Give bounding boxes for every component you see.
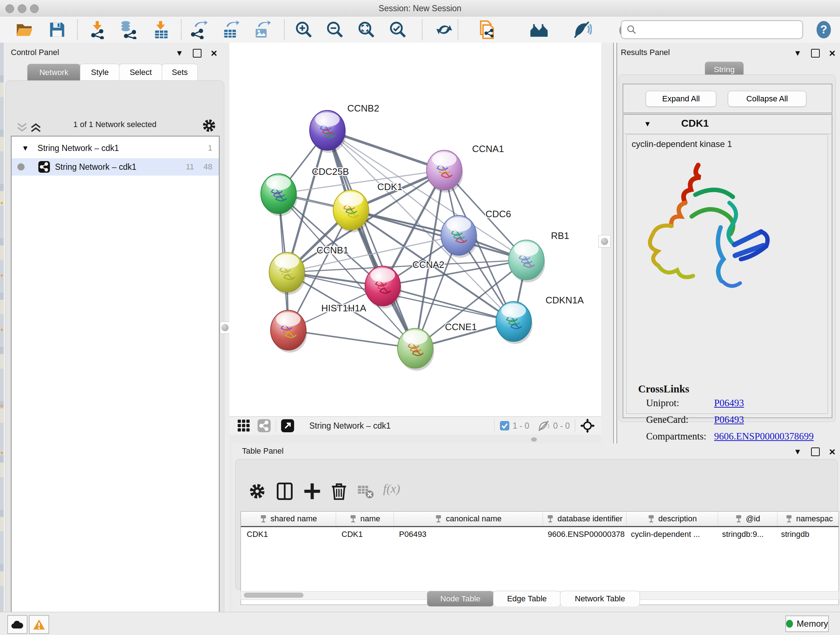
help-icon[interactable]: ?	[815, 21, 833, 39]
column-header-canonical-name[interactable]: canonical name	[394, 511, 543, 526]
add-column-icon[interactable]	[303, 482, 322, 501]
crosslink-link[interactable]: P06493	[714, 414, 744, 425]
clone-network-icon[interactable]	[477, 20, 496, 39]
tab-network[interactable]: Network	[27, 64, 81, 81]
network-edge[interactable]	[288, 330, 415, 348]
selected-checkbox-icon[interactable]	[500, 421, 510, 431]
float-panel-icon[interactable]: ▼	[794, 448, 802, 456]
cloud-status-button[interactable]	[7, 615, 27, 634]
main-toolbar: ?	[0, 17, 840, 43]
column-header-database-identifier[interactable]: database identifier	[543, 511, 627, 526]
function-builder-icon[interactable]: f(x)	[383, 482, 412, 501]
open-session-icon[interactable]	[15, 20, 34, 39]
tab-node-table[interactable]: Node Table	[427, 591, 494, 606]
collapse-all-button[interactable]: Collapse All	[728, 91, 806, 107]
import-table-file-icon[interactable]	[152, 20, 171, 39]
close-panel-icon[interactable]: ×	[829, 447, 836, 457]
export-network-icon[interactable]	[189, 20, 208, 39]
warning-status-button[interactable]	[29, 615, 49, 634]
toolbar-separator	[77, 19, 78, 40]
network-node-HIST1H1A[interactable]: HIST1H1A	[271, 302, 366, 353]
crosslink-link[interactable]: 9606.ENSP00000378699	[714, 431, 813, 442]
string-results-content: Expand All Collapse All ▼ CDK1 cyclin-de…	[619, 74, 836, 422]
entry-expand-icon[interactable]: ▼	[644, 120, 651, 128]
delete-column-icon[interactable]	[330, 482, 348, 501]
string-style-icon[interactable]	[257, 419, 271, 432]
table-cell[interactable]: stringdb:9...	[716, 527, 775, 542]
column-header-shared-name[interactable]: shared name	[241, 511, 336, 526]
save-session-icon[interactable]	[48, 20, 66, 39]
table-row[interactable]: CDK1CDK1P064939606.ENSP00000378699cyclin…	[241, 527, 838, 542]
column-header-namespac[interactable]: namespac	[777, 511, 840, 526]
network-node-CCNE1[interactable]: CCNE1	[398, 321, 477, 371]
right-splitter[interactable]	[601, 43, 617, 443]
table-cell[interactable]: P06493	[393, 527, 542, 542]
tab-sets[interactable]: Sets	[162, 64, 198, 81]
gear-icon[interactable]	[201, 118, 217, 134]
zoom-out-icon[interactable]	[325, 20, 344, 39]
column-header-@id[interactable]: @id	[718, 511, 777, 526]
table-cell[interactable]: CDK1	[241, 527, 336, 542]
bottom-splitter-handle[interactable]	[531, 437, 537, 442]
zoom-selected-icon[interactable]	[388, 20, 407, 39]
import-network-database-icon[interactable]	[119, 20, 138, 39]
zoom-in-icon[interactable]	[294, 20, 313, 39]
birdseye-view-icon[interactable]	[281, 419, 294, 432]
column-header-description[interactable]: description	[627, 511, 718, 526]
float-panel-icon[interactable]: ▼	[175, 49, 183, 57]
gear-icon[interactable]	[248, 482, 267, 501]
column-header-name[interactable]: name	[336, 511, 394, 526]
tab-style[interactable]: Style	[80, 64, 120, 81]
import-network-file-icon[interactable]	[88, 20, 107, 39]
network-row-selected[interactable]: String Network – cdk1 11 48	[11, 158, 219, 176]
first-neighbors-icon[interactable]	[530, 20, 548, 39]
tab-network-table[interactable]: Network Table	[560, 591, 640, 606]
zoom-fit-icon[interactable]	[357, 20, 376, 39]
network-collection-row[interactable]: ▼ String Network – cdk1 1	[11, 139, 219, 157]
scrollbar-thumb[interactable]	[244, 593, 303, 598]
network-node-label: CDC25B	[312, 166, 349, 177]
table-cell[interactable]: cyclin-dependent ...	[625, 527, 716, 542]
hide-selected-icon[interactable]	[573, 20, 592, 39]
crosslink-link[interactable]: P06493	[714, 397, 744, 409]
network-canvas[interactable]: CCNB2CCNA1CDC25BCDK1CDC6RB1CCNB1CCNA2HIS…	[229, 43, 601, 416]
table-cell[interactable]: stringdb	[775, 527, 838, 542]
maximize-panel-icon[interactable]	[193, 49, 202, 57]
search-input[interactable]	[642, 22, 799, 36]
maximize-panel-icon[interactable]	[811, 49, 820, 57]
gene-entry-body: cyclin-dependent kinase 1	[626, 134, 828, 414]
close-panel-icon[interactable]: ×	[829, 48, 836, 59]
export-image-icon[interactable]	[253, 20, 271, 39]
grid-view-icon[interactable]	[237, 419, 250, 432]
collection-label: String Network – cdk1	[38, 143, 119, 153]
apply-layout-icon[interactable]	[435, 20, 454, 39]
expand-all-button[interactable]: Expand All	[646, 91, 716, 107]
window-title: Session: New Session	[0, 4, 840, 13]
export-table-icon[interactable]	[221, 20, 240, 39]
crosslink-row: Uniprot:P06493	[646, 397, 744, 409]
close-panel-icon[interactable]: ×	[211, 48, 218, 59]
table-cell[interactable]: 9606.ENSP00000378699	[542, 527, 625, 542]
tab-edge-table[interactable]: Edge Table	[493, 591, 561, 606]
collection-expand-icon[interactable]: ▼	[22, 144, 29, 152]
maximize-panel-icon[interactable]	[811, 448, 820, 456]
right-splitter-handle[interactable]	[598, 235, 611, 248]
left-splitter-handle[interactable]	[220, 321, 230, 334]
float-panel-icon[interactable]: ▼	[794, 49, 802, 57]
cytoscape-window: Session: New Session	[0, 0, 840, 635]
pan-crosshair-icon[interactable]	[580, 418, 595, 433]
network-node-RB1[interactable]: RB1	[508, 230, 569, 282]
tab-select[interactable]: Select	[119, 64, 163, 81]
network-node-CDKN1A[interactable]: CDKN1A	[496, 295, 584, 344]
hidden-eye-icon[interactable]	[538, 420, 550, 431]
delete-table-icon[interactable]	[356, 482, 375, 501]
table-cell[interactable]: CDK1	[336, 527, 393, 542]
gene-entry-header[interactable]: ▼ CDK1	[623, 115, 832, 134]
memory-button[interactable]: Memory	[785, 616, 829, 632]
network-edge[interactable]	[327, 130, 415, 348]
show-columns-icon[interactable]	[275, 482, 294, 501]
separator	[575, 419, 575, 432]
selected-count: 1 - 0	[513, 421, 529, 431]
network-node-CCNA1[interactable]: CCNA1	[426, 143, 504, 193]
crosslink-row: GeneCard:P06493	[646, 414, 744, 425]
